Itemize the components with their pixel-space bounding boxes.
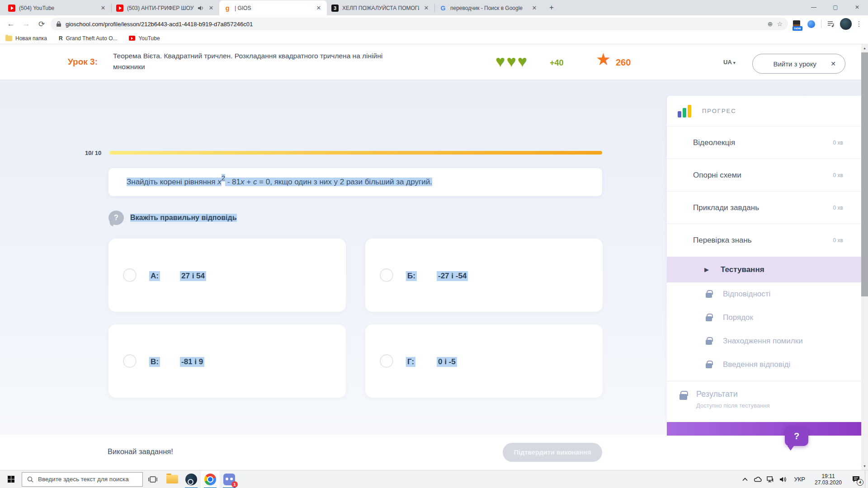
extension-icon-blue[interactable]: [805, 18, 817, 30]
sidebar-item-order-locked[interactable]: Порядок: [667, 306, 861, 329]
sidebar-item-testing-active[interactable]: ▶ Тестування: [667, 257, 861, 282]
sidebar-item-knowledge-check[interactable]: Перевірка знань 0 хв: [667, 224, 861, 257]
radio-option-b[interactable]: [380, 268, 393, 282]
tab-close-icon[interactable]: ✕: [531, 5, 538, 11]
volume-icon[interactable]: [777, 470, 789, 488]
progress-bar: [109, 151, 602, 155]
taskbar-search-box[interactable]: Введите здесь текст для поиска: [22, 472, 143, 487]
option-value: -81 і 9: [180, 357, 204, 367]
bookmarks-bar: Новая папка R Grand Theft Auto O... YouT…: [0, 33, 868, 44]
question-card: Знайдіть корені рівняння x2 - 81x + c = …: [108, 168, 602, 196]
network-icon[interactable]: [764, 470, 777, 488]
bookmark-youtube[interactable]: YouTube: [129, 35, 160, 42]
option-card-b[interactable]: Б: -27 і -54: [365, 239, 603, 312]
tab-gios-active[interactable]: g | GIOS ✕: [219, 0, 327, 15]
tab-title: | GIOS: [235, 5, 311, 11]
minimize-button[interactable]: —: [803, 0, 825, 14]
tab-help[interactable]: 3 ХЕЛП ПОЖАЛУЙСТА ПОМОГИТ ✕: [327, 0, 434, 15]
google-favicon: G: [439, 5, 447, 12]
prompt-row: ? Вкажіть правильну відповідь: [108, 210, 237, 226]
windows-taskbar: Введите здесь текст для поиска 1 УКР: [0, 470, 868, 488]
address-bar[interactable]: gioschool.com/profile/lesson/212b6443-ac…: [51, 18, 788, 30]
rockstar-icon: R: [59, 35, 63, 42]
maximize-button[interactable]: ▢: [825, 0, 846, 14]
taskbar-chrome-active[interactable]: [201, 470, 220, 488]
playlist-extension-icon[interactable]: [826, 18, 837, 30]
taskbar-clock[interactable]: 19:11 27.03.2020: [810, 473, 847, 486]
bookmark-star-icon[interactable]: ☆: [777, 20, 783, 28]
hearts-lives: ♥♥♥: [495, 52, 528, 71]
question-var-x: x: [241, 178, 245, 186]
submit-button-disabled[interactable]: Підтвердити виконання: [503, 443, 602, 462]
browser-menu-icon[interactable]: ⋮: [854, 20, 863, 28]
forward-button[interactable]: →: [20, 18, 33, 30]
tab-close-icon[interactable]: ✕: [208, 5, 215, 11]
sidebar-item-enter-answer-locked[interactable]: Введення відповіді: [667, 353, 861, 376]
profile-avatar[interactable]: [840, 18, 852, 30]
radio-option-v[interactable]: [123, 354, 137, 368]
task-view-button[interactable]: [143, 470, 163, 488]
action-bar: Виконай завдання! Підтвердити виконання: [0, 435, 861, 470]
tab-youtube-504[interactable]: (504) YouTube ✕: [4, 0, 111, 15]
taskbar-steam[interactable]: [182, 470, 201, 488]
scrollbar-thumb[interactable]: [861, 52, 868, 296]
system-tray: УКР 19:11 27.03.2020 4: [739, 470, 868, 488]
page-scrollbar[interactable]: ▲ ▼: [861, 44, 868, 470]
exit-lesson-button[interactable]: Вийти з уроку ✕: [752, 54, 845, 74]
tab-anti-grifer[interactable]: (503) АНТИ-ГРИФЕР ШОУ! ✕: [112, 0, 219, 15]
folder-icon: [5, 36, 12, 41]
blue-sphere-icon: [807, 20, 815, 28]
notification-count-badge: 4: [857, 479, 863, 486]
option-card-g[interactable]: Г: 0 і -5: [365, 324, 603, 398]
help-chat-button[interactable]: ?: [785, 426, 808, 446]
keyboard-language[interactable]: УКР: [789, 476, 810, 483]
extension-icon-new[interactable]: new: [791, 18, 802, 30]
close-window-button[interactable]: ✕: [846, 0, 868, 14]
sidebar-item-find-error-locked[interactable]: Знаходження помилки: [667, 329, 861, 353]
sidebar-item-reference-schemes[interactable]: Опорні схеми 0 хв: [667, 159, 861, 192]
url-text[interactable]: gioschool.com/profile/lesson/212b6443-ac…: [66, 21, 764, 28]
radio-option-a[interactable]: [123, 268, 137, 282]
question-part: - 81: [225, 178, 241, 186]
language-selector[interactable]: UA ▾: [723, 59, 735, 66]
show-desktop-button[interactable]: [865, 470, 868, 488]
tab-google-translate-search[interactable]: G переводчик - Поиск в Google ✕: [435, 0, 542, 15]
sidebar-item-results-locked[interactable]: Результати Доступно після тестування: [667, 381, 861, 409]
tab-title: (504) YouTube: [19, 5, 96, 11]
new-tab-button[interactable]: +: [545, 1, 558, 14]
lock-icon[interactable]: [56, 21, 61, 27]
reload-button[interactable]: ⟳: [35, 18, 48, 30]
option-letter: В:: [149, 357, 160, 367]
onedrive-cloud-icon[interactable]: [751, 470, 764, 488]
sidebar-item-task-examples[interactable]: Приклади завдань 0 хв: [667, 192, 861, 224]
hearts-bonus: +40: [550, 58, 564, 68]
action-center-button[interactable]: 4: [847, 470, 865, 488]
question-part: +: [245, 178, 253, 186]
clock-date: 27.03.2020: [810, 479, 847, 486]
zoom-icon[interactable]: ⊕: [768, 20, 773, 28]
lesson-number-label: Урок 3:: [68, 57, 98, 67]
tray-expand-chevron[interactable]: [739, 470, 751, 488]
option-card-v[interactable]: В: -81 і 9: [108, 324, 346, 398]
start-button[interactable]: [0, 470, 22, 488]
file-explorer-icon: [166, 475, 178, 483]
bookmark-folder[interactable]: Новая папка: [5, 35, 47, 42]
option-card-a[interactable]: А: 27 і 54: [108, 239, 346, 312]
taskbar-discord[interactable]: 1: [220, 470, 239, 488]
tab-close-icon[interactable]: ✕: [99, 5, 107, 11]
question-bubble-icon[interactable]: ?: [108, 211, 124, 225]
sidebar-item-video-lecture[interactable]: Відеолекція 0 хв: [667, 127, 861, 159]
sidebar-header: ПРОГРЕС: [667, 96, 861, 127]
radio-option-g[interactable]: [380, 354, 393, 368]
sidebar-item-matching-locked[interactable]: Відповідності: [667, 282, 861, 306]
scroll-up-arrow[interactable]: ▲: [861, 44, 868, 52]
tab-close-icon[interactable]: ✕: [315, 5, 322, 11]
bookmark-gta[interactable]: R Grand Theft Auto O...: [59, 35, 118, 42]
back-button[interactable]: ←: [5, 18, 17, 30]
tab-close-icon[interactable]: ✕: [423, 5, 430, 11]
option-letter: А:: [149, 271, 160, 281]
tab-audio-icon[interactable]: [198, 5, 204, 11]
scroll-down-arrow[interactable]: ▼: [861, 462, 868, 470]
tab-title: ХЕЛП ПОЖАЛУЙСТА ПОМОГИТ: [342, 5, 419, 11]
taskbar-file-explorer[interactable]: [163, 470, 182, 488]
